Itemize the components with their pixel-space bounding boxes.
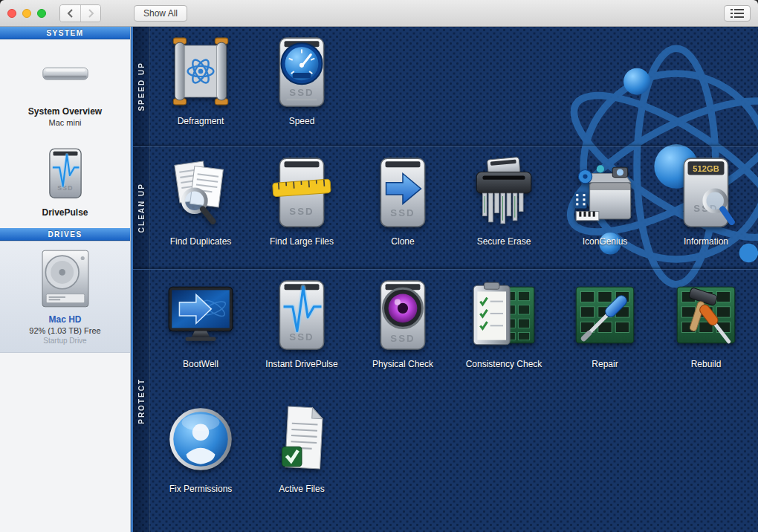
- show-all-button[interactable]: Show All: [134, 5, 187, 22]
- icongenius-icon: [567, 149, 643, 235]
- sidebar-item-note: Startup Drive: [0, 337, 130, 345]
- defragment-icon: [163, 28, 239, 114]
- sidebar: SYSTEM System Overview Mac mini SSD: [0, 27, 131, 532]
- back-button[interactable]: [60, 5, 80, 22]
- sidebar-item-mac-hd[interactable]: Mac HD 92% (1.03 TB) Free Startup Drive: [0, 241, 130, 353]
- tool-active-files[interactable]: Active Files: [251, 396, 352, 521]
- repair-icon: [567, 271, 643, 357]
- tool-label: Speed: [289, 116, 315, 126]
- section-label: SPEED UP: [137, 62, 146, 111]
- physical-check-icon: SSD: [365, 271, 441, 357]
- ssd-label: SSD: [289, 87, 314, 98]
- tool-instant-drivepulse[interactable]: SSD Instant DrivePulse: [251, 271, 352, 396]
- nav-buttons: [59, 4, 101, 22]
- find-large-files-icon: SSD: [264, 149, 340, 235]
- section-speed-up: SPEED UP: [133, 27, 758, 146]
- section-clean-up: CLEAN UP: [133, 146, 758, 269]
- view-toggle-button[interactable]: [724, 5, 751, 22]
- tool-find-duplicates[interactable]: Find Duplicates: [150, 149, 251, 260]
- forward-button[interactable]: [80, 5, 100, 22]
- tool-label: Find Large Files: [270, 236, 334, 247]
- section-rail-clean-up: CLEAN UP: [133, 147, 150, 269]
- tool-label: Find Duplicates: [170, 236, 232, 247]
- show-all-label: Show All: [143, 8, 178, 19]
- sidebar-item-title: Mac HD: [0, 314, 130, 325]
- ssd-label: SSD: [390, 207, 415, 218]
- drivepulse-icon: SSD: [41, 145, 90, 203]
- sidebar-header-system: SYSTEM: [0, 27, 130, 39]
- tool-label: Rebuild: [691, 359, 722, 369]
- tool-label: Defragment: [178, 116, 224, 126]
- sidebar-item-subtitle: Mac mini: [0, 118, 130, 127]
- ssd-label: SSD: [57, 184, 74, 192]
- tool-label: Active Files: [279, 484, 324, 494]
- chevron-left-icon: [67, 9, 74, 18]
- tool-information[interactable]: 512GB SSD Information: [655, 149, 757, 260]
- tool-secure-erase[interactable]: Secure Erase: [453, 149, 554, 260]
- tool-label: IconGenius: [583, 236, 628, 247]
- sidebar-item-title: DrivePulse: [0, 207, 130, 218]
- tool-repair[interactable]: Repair: [554, 271, 655, 396]
- tool-defragment[interactable]: Defragment: [150, 28, 251, 140]
- main-panel: SPEED UP: [131, 27, 758, 532]
- section-rail-speed-up: SPEED UP: [133, 27, 150, 146]
- section-label: CLEAN UP: [137, 183, 146, 233]
- consistency-check-icon: [466, 271, 542, 357]
- bootwell-icon: [163, 271, 239, 357]
- tool-label: Repair: [592, 359, 618, 369]
- tool-label: BootWell: [183, 359, 218, 369]
- traffic-lights: [7, 9, 46, 18]
- tool-physical-check[interactable]: SSD Physical Check: [352, 271, 453, 396]
- ssd-label: SSD: [289, 331, 314, 343]
- tool-speed[interactable]: SSD: [251, 28, 352, 140]
- title-bar: Show All: [0, 0, 758, 27]
- ssd-label: SSD: [390, 333, 415, 344]
- secure-erase-icon: [466, 149, 542, 235]
- tool-label: Physical Check: [372, 359, 433, 369]
- section-protect: PROTECT: [133, 269, 758, 532]
- fix-permissions-icon: [163, 396, 239, 482]
- close-button[interactable]: [7, 9, 16, 18]
- tool-label: Consistency Check: [466, 359, 542, 369]
- tool-rebuild[interactable]: Rebuild: [655, 271, 757, 396]
- tool-bootwell[interactable]: BootWell: [150, 271, 251, 396]
- app-window: Show All SYSTEM System Overview Mac mini: [0, 0, 758, 532]
- speed-icon: SSD: [264, 28, 340, 114]
- zoom-button[interactable]: [37, 9, 46, 18]
- sidebar-header-drives: DRIVES: [0, 228, 130, 241]
- section-label: PROTECT: [137, 378, 146, 424]
- tool-find-large-files[interactable]: SSD Find Large Files: [251, 149, 352, 260]
- tool-label: Fix Permissions: [169, 484, 233, 494]
- sidebar-item-title: System Overview: [0, 106, 130, 117]
- hard-drive-icon: [33, 246, 97, 311]
- instant-drivepulse-icon: SSD: [264, 271, 340, 357]
- tool-icongenius[interactable]: IconGenius: [554, 149, 655, 260]
- find-duplicates-icon: [163, 149, 239, 235]
- mac-mini-icon: [42, 63, 89, 85]
- tool-label: Clone: [391, 236, 414, 247]
- chevron-right-icon: [88, 9, 94, 18]
- tool-consistency-check[interactable]: Consistency Check: [453, 271, 554, 396]
- tool-fix-permissions[interactable]: Fix Permissions: [150, 396, 251, 521]
- tool-label: Instant DrivePulse: [265, 359, 337, 369]
- sidebar-item-subtitle: 92% (1.03 TB) Free: [0, 326, 130, 335]
- section-rail-protect: PROTECT: [133, 270, 150, 532]
- rebuild-icon: [668, 271, 744, 357]
- clone-icon: SSD: [365, 149, 441, 235]
- capacity-label: 512GB: [693, 164, 719, 173]
- active-files-icon: [264, 396, 340, 482]
- sidebar-item-drivepulse[interactable]: SSD DrivePulse: [0, 145, 130, 228]
- sidebar-item-system-overview[interactable]: System Overview Mac mini: [0, 39, 130, 127]
- minimize-button[interactable]: [22, 9, 31, 18]
- tool-clone[interactable]: SSD Clone: [352, 149, 453, 260]
- tool-label: Secure Erase: [477, 236, 531, 247]
- information-icon: 512GB SSD: [668, 149, 744, 235]
- ssd-label: SSD: [289, 206, 314, 217]
- tool-label: Information: [684, 236, 728, 247]
- list-view-icon: [731, 8, 744, 19]
